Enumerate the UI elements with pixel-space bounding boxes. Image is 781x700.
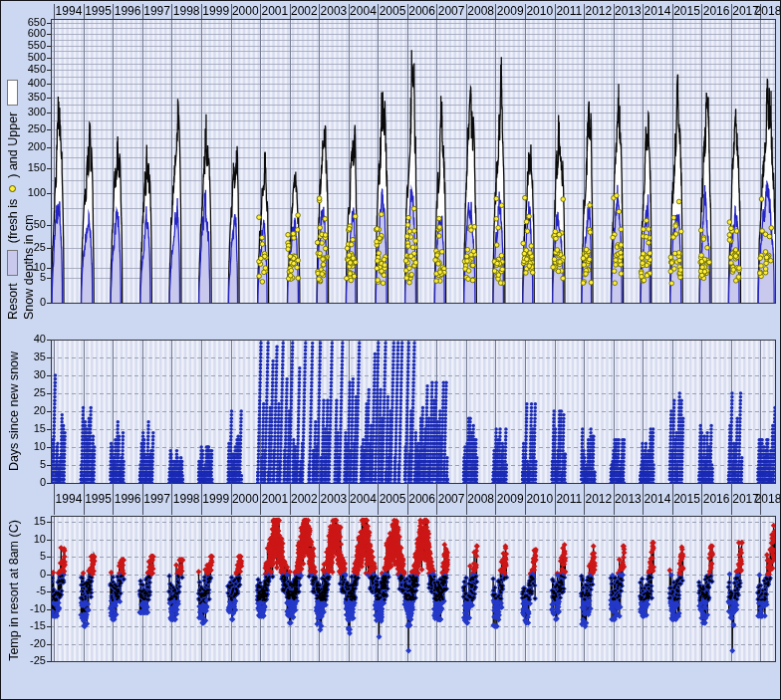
year-label-top: 2018 xyxy=(753,4,781,18)
year-label-bottom: 2010 xyxy=(525,492,555,506)
year-label-top: 2008 xyxy=(466,4,496,18)
snow-depth-units-label: Snow depths in cm xyxy=(22,1,38,320)
year-label-top: 1997 xyxy=(142,4,172,18)
year-label-top: 2003 xyxy=(319,4,349,18)
year-label-bottom: 2008 xyxy=(466,492,496,506)
year-label-bottom: 2011 xyxy=(554,492,584,506)
chart-canvas xyxy=(1,1,781,700)
year-label-bottom: 2018 xyxy=(753,492,781,506)
year-label-top: 2013 xyxy=(613,4,643,18)
fresh-snow-marker-icon xyxy=(9,185,16,192)
year-label-bottom: 2002 xyxy=(289,492,319,506)
year-label-top: 2007 xyxy=(436,4,466,18)
year-label-bottom: 2012 xyxy=(584,492,614,506)
year-label-bottom: 1999 xyxy=(201,492,231,506)
year-label-bottom: 2009 xyxy=(495,492,525,506)
year-label-top: 2014 xyxy=(643,4,672,18)
year-label-bottom: 2003 xyxy=(319,492,349,506)
year-label-top: 2002 xyxy=(289,4,319,18)
year-label-top: 1998 xyxy=(171,4,201,18)
year-label-bottom: 2001 xyxy=(260,492,290,506)
year-label-bottom: 2006 xyxy=(407,492,437,506)
year-label-bottom: 2015 xyxy=(672,492,702,506)
year-label-bottom: 2007 xyxy=(436,492,466,506)
year-label-top: 2005 xyxy=(378,4,407,18)
upper-depth-swatch xyxy=(7,80,18,106)
year-label-top: 2000 xyxy=(230,4,260,18)
year-label-top: 2016 xyxy=(701,4,731,18)
year-label-top: 1994 xyxy=(54,4,84,18)
year-label-top: 2012 xyxy=(584,4,614,18)
year-label-bottom: 1997 xyxy=(142,492,172,506)
year-label-top: 2009 xyxy=(495,4,525,18)
year-label-bottom: 2013 xyxy=(613,492,643,506)
year-label-bottom: 1995 xyxy=(84,492,114,506)
year-label-bottom: 2004 xyxy=(348,492,378,506)
snow-depth-axis-title: Resort (fresh is ) and Upper Snow depths… xyxy=(3,1,39,320)
year-label-bottom: 1996 xyxy=(113,492,142,506)
temperature-axis-title: Temp in resort at 8am (C) xyxy=(7,481,23,700)
year-label-top: 2011 xyxy=(554,4,584,18)
year-label-bottom: 2000 xyxy=(230,492,260,506)
year-label-bottom: 2014 xyxy=(643,492,672,506)
year-label-bottom: 2016 xyxy=(701,492,731,506)
year-label-bottom: 2005 xyxy=(378,492,407,506)
year-label-top: 1999 xyxy=(201,4,231,18)
year-label-top: 2006 xyxy=(407,4,437,18)
year-label-bottom: 1994 xyxy=(54,492,84,506)
upper-label: ) and Upper xyxy=(6,113,20,178)
year-label-top: 2001 xyxy=(260,4,290,18)
year-label-bottom: 1998 xyxy=(171,492,201,506)
year-label-top: 2015 xyxy=(672,4,702,18)
year-label-top: 2004 xyxy=(348,4,378,18)
resort-depth-swatch xyxy=(7,250,18,276)
fresh-open-label: (fresh is xyxy=(6,199,20,243)
snow-history-chart: 0510255010015020025030035040045050055060… xyxy=(0,0,781,700)
year-label-top: 1996 xyxy=(113,4,142,18)
year-label-top: 2010 xyxy=(525,4,555,18)
year-label-top: 1995 xyxy=(84,4,114,18)
